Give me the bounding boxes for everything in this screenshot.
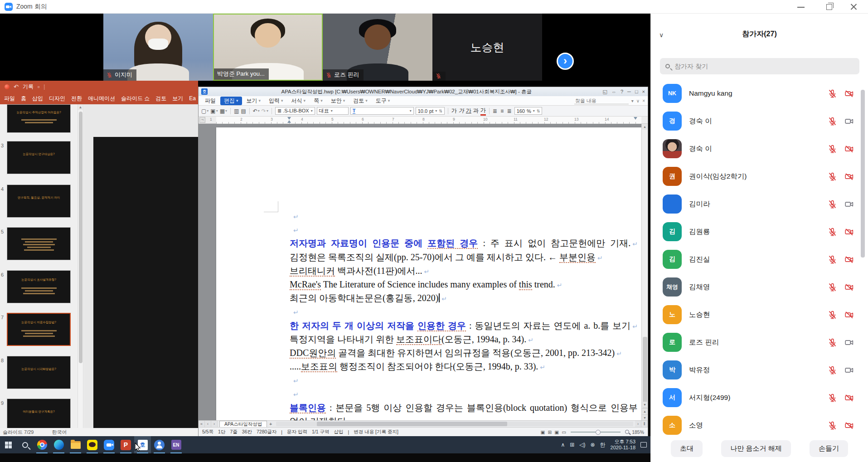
slide-thumbnail[interactable]: 논문작성시 자료수집방법? (7, 313, 71, 346)
slide-thumbnail[interactable]: 연구목적, 필요성, 문제제기 차이 (7, 185, 71, 218)
print-icon[interactable]: ▥ (234, 108, 239, 114)
align-buttons[interactable]: ≣ ≡ ≣ (493, 108, 513, 114)
video-tile[interactable]: 이지미 (103, 14, 213, 81)
undo-icon[interactable]: ↶▾ (253, 108, 260, 114)
participant-row[interactable]: 경경숙 이 (651, 108, 860, 134)
next-page-button[interactable]: › (557, 53, 574, 70)
participant-row[interactable]: 권권이삭(임상2학기) (651, 164, 860, 189)
scrollbar-thumb[interactable] (317, 422, 507, 426)
save-icon[interactable]: ▦▾ (220, 108, 227, 114)
tab-nav-button[interactable]: › (211, 421, 218, 427)
powerpoint-app[interactable]: P (117, 436, 134, 453)
ime-indicator[interactable]: 한 (600, 441, 606, 449)
page-up-button[interactable]: ▲ (642, 408, 648, 414)
char-scale-combo[interactable]: 160%▾⇅ (514, 107, 543, 115)
ppt-menu-item[interactable]: 애니메이션 (88, 95, 115, 102)
start-button[interactable] (0, 436, 17, 453)
scroll-up-icon[interactable]: ▲ (78, 104, 83, 110)
open-icon[interactable]: ▣▾ (210, 108, 218, 114)
find-control-icon[interactable]: ▾ (631, 98, 634, 103)
new-document-icon[interactable]: ▢▾ (201, 108, 209, 114)
zoom-app[interactable] (101, 436, 117, 453)
slide-panel-scrollbar[interactable]: ▲ (78, 104, 83, 428)
right-indent-marker[interactable] (634, 117, 637, 120)
scroll-right-button[interactable]: ‖ (641, 421, 648, 427)
participant-row[interactable]: 김김원룡 (651, 219, 860, 244)
participant-row[interactable]: 노노승현 (651, 302, 860, 327)
participant-row[interactable]: 서서지형(2499) (651, 385, 860, 410)
hwp-menu-편집[interactable]: 편집▾ (220, 97, 242, 105)
view-mode-icon[interactable]: ▣ (554, 429, 559, 435)
chrome-app[interactable] (34, 436, 50, 453)
video-tile[interactable]: 노승현 (432, 14, 542, 81)
tab-nav-button[interactable]: « (199, 421, 205, 427)
tray-icon[interactable]: ⊗ (590, 442, 595, 448)
help-icon[interactable]: ? (621, 89, 623, 95)
char-style-button[interactable]: 과 (473, 107, 479, 115)
scroll-right-button[interactable]: › (635, 421, 641, 427)
tray-icon[interactable]: ⊞ (570, 442, 574, 448)
maximize-icon[interactable]: □ (635, 89, 638, 95)
scroll-up-icon[interactable]: ▲ (642, 124, 648, 130)
minimize-icon[interactable]: ─ (627, 89, 631, 95)
indent-marker[interactable] (287, 117, 291, 120)
split-icon[interactable]: ⇔ (611, 89, 616, 95)
slide-thumbnail[interactable]: 논문작성시 주제선정에 어려움은? (7, 104, 71, 133)
style-combo[interactable]: ≣ .S-LIB-BOX▾ (275, 107, 315, 115)
ppt-menu-item[interactable]: 디자인 (49, 95, 65, 102)
raise-hand-button[interactable]: 손들기 (810, 440, 848, 457)
slide-thumbnail[interactable] (7, 227, 71, 260)
horizontal-scrollbar[interactable] (276, 422, 633, 426)
hwp-menu-쪽[interactable]: 쪽▾ (310, 97, 326, 105)
document-page[interactable]: ↵↵저자명과 자료명이 인용문 중에 포함된 경우 : 주 표시 없이 참고문헌… (216, 127, 641, 420)
view-mode-icon[interactable]: ▣ (541, 429, 545, 435)
hwp-menu-보기[interactable]: 보기▾ (243, 97, 265, 105)
find-input[interactable] (574, 97, 629, 104)
bold-button[interactable]: 가 (451, 107, 457, 115)
vertical-scrollbar[interactable]: ▲ ▼ ▲ ▼ (641, 124, 648, 420)
close-icon[interactable]: × (642, 89, 645, 95)
ppt-menu-item[interactable]: Ea (189, 95, 196, 102)
endnote-app[interactable]: EN (168, 436, 184, 453)
scroll-down-icon[interactable]: ▼ (642, 402, 648, 408)
participant-row[interactable]: 소소영 (651, 413, 860, 438)
participant-row[interactable]: 채영김채영 (651, 274, 860, 300)
participant-row[interactable]: 경숙 이 (651, 136, 860, 161)
hwp-menu-서식[interactable]: 서식▾ (288, 97, 310, 105)
page-down-button[interactable]: ▼ (642, 414, 648, 420)
participant-search[interactable] (660, 58, 859, 74)
participant-row[interactable]: NKNamgyu kang (651, 81, 860, 106)
search-input[interactable] (674, 62, 854, 70)
font-combo[interactable]: T▾ (350, 107, 414, 115)
ppt-menu-item[interactable]: 삽입 (32, 95, 43, 102)
edge-app[interactable] (50, 436, 67, 453)
slide-thumbnail[interactable]: 여러분들의 연구계획은? (7, 399, 71, 432)
participant-row[interactable]: 로로즈 핀리 (651, 330, 860, 355)
restore-button[interactable] (819, 0, 840, 14)
file-explorer-app[interactable] (67, 436, 84, 453)
ppt-menu-item[interactable]: 파일 (4, 95, 15, 102)
ppt-menu-item[interactable]: 슬라이드 쇼 (121, 95, 150, 102)
ppt-menu-item[interactable]: 보기 (172, 95, 183, 102)
tray-chevron-icon[interactable]: ∧ (561, 442, 565, 448)
notification-center-icon[interactable] (640, 442, 647, 447)
font-size-combo[interactable]: 10.0pt▾⇅ (416, 107, 445, 115)
zoom-slider[interactable] (571, 432, 621, 433)
preset-combo[interactable]: 대표▾ (317, 107, 349, 115)
taskbar-search-button[interactable] (17, 436, 34, 453)
slide-thumbnail[interactable]: 논문작성시 시각화방법은? (7, 356, 71, 389)
kakaotalk-app[interactable] (84, 436, 101, 453)
ppt-menu-item[interactable]: 전환 (71, 95, 82, 102)
underline-button[interactable]: 가 (466, 107, 471, 115)
tray-icon[interactable]: ◁) (579, 442, 585, 448)
slide-thumbnail[interactable]: 논문작성시 연구대상은? (7, 141, 71, 174)
people-app[interactable] (151, 436, 168, 453)
participants-scrollbar[interactable] (861, 90, 865, 258)
find-control-icon[interactable]: ∨ (636, 98, 640, 103)
video-tile[interactable]: 박영준 Park you... (213, 14, 323, 81)
find-control-icon[interactable]: × (642, 98, 645, 103)
fullscreen-icon[interactable]: ◱ (603, 89, 607, 95)
add-tab-button[interactable]: + (267, 421, 274, 427)
participant-row[interactable]: 김미라 (651, 191, 860, 217)
redo-icon[interactable]: ↷▾ (262, 108, 268, 114)
